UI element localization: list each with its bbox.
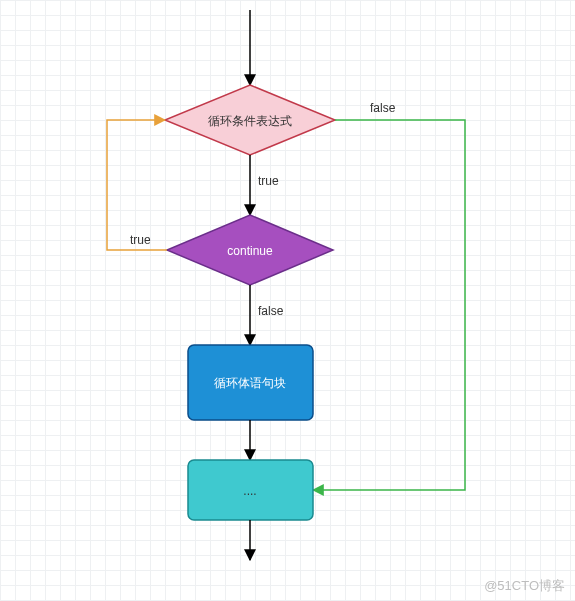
- node-end-label: ....: [243, 484, 256, 498]
- edge-continue-true-label: true: [130, 233, 151, 247]
- node-condition-label: 循环条件表达式: [208, 114, 292, 128]
- edge-condition-false: [313, 120, 465, 490]
- node-body-label: 循环体语句块: [214, 376, 286, 390]
- watermark-text: @51CTO博客: [484, 577, 565, 595]
- edge-continue-true: [107, 120, 167, 250]
- node-continue-label: continue: [227, 244, 273, 258]
- edge-condition-false-label: false: [370, 101, 396, 115]
- edge-condition-true-label: true: [258, 174, 279, 188]
- edge-continue-false-label: false: [258, 304, 284, 318]
- flowchart-diagram: 循环条件表达式 false true continue true false 循…: [0, 0, 575, 601]
